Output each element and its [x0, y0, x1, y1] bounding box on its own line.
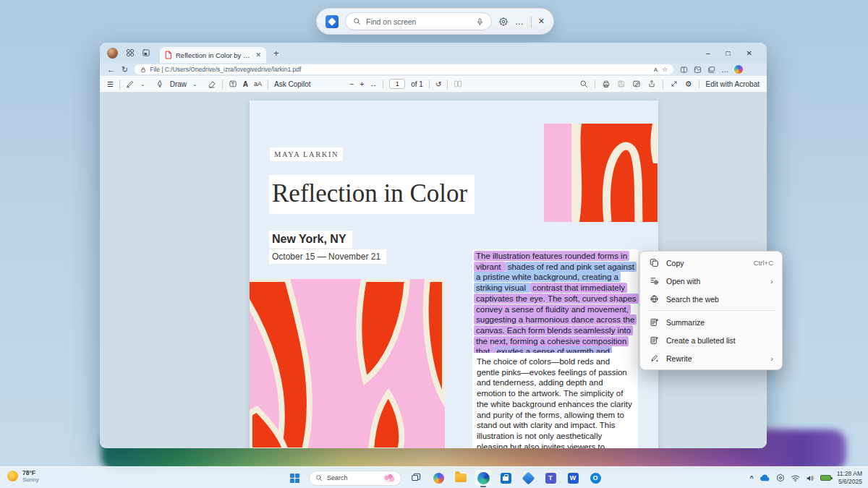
battery-icon[interactable]	[820, 475, 831, 481]
read-aloud-button[interactable]: A	[243, 80, 248, 88]
search-placeholder: Search	[327, 474, 379, 481]
navigation-bar: ← ↻ File | C:/Users/Onedrive/s_izra/love…	[100, 63, 767, 76]
draw-chevron-icon[interactable]: ⌄	[192, 81, 197, 87]
draw-label[interactable]: Draw	[170, 80, 187, 88]
taskbar-weather[interactable]: 78°F Sunny	[7, 469, 39, 484]
eraser-icon[interactable]	[208, 80, 216, 88]
favorite-star-icon[interactable]: ☆	[662, 66, 668, 73]
submenu-chevron-icon: ›	[770, 354, 773, 363]
microphone-icon[interactable]	[476, 17, 484, 26]
save-icon	[617, 80, 626, 88]
pdf-file-icon	[165, 51, 172, 59]
highlight-segment[interactable]: contrast that immediately captivates the…	[474, 283, 639, 356]
maximize-button[interactable]: □	[726, 49, 731, 57]
search-icon	[315, 474, 323, 481]
edit-with-acrobat-button[interactable]: Edit with Acrobat	[706, 80, 760, 88]
address-bar[interactable]: File | C:/Users/Onedrive/s_izra/lovegive…	[135, 64, 673, 74]
find-on-screen-input[interactable]: Find on screen	[345, 12, 492, 30]
browser-menu-icon[interactable]: …	[721, 66, 728, 74]
wifi-icon[interactable]	[791, 474, 800, 482]
diamond-icon	[522, 471, 535, 484]
refresh-button[interactable]: ↻	[122, 66, 128, 74]
security-hexagon-icon[interactable]	[776, 474, 785, 482]
highlighter-chevron-icon[interactable]: ⌄	[140, 81, 145, 87]
active-tab[interactable]: Reflection in Color by Maya Larki ✕	[160, 47, 266, 63]
outlook-button[interactable]: O	[587, 470, 603, 486]
pdf-settings-icon[interactable]: ⚙	[685, 80, 692, 89]
body-paragraph[interactable]: The choice of colors—bold reds and gentl…	[472, 353, 638, 448]
windows-logo-icon	[289, 473, 300, 484]
copilot-app-button[interactable]	[430, 470, 446, 486]
draw-pen-icon[interactable]	[156, 80, 164, 88]
rotate-icon[interactable]: ↺	[435, 80, 441, 88]
read-aloud-icon[interactable]: A	[654, 67, 658, 73]
highlighted-paragraph[interactable]: The illustration features rounded forms …	[472, 249, 638, 369]
file-explorer-button[interactable]	[453, 470, 469, 486]
artwork-bottom-left	[250, 279, 445, 448]
tab-close-icon[interactable]: ✕	[255, 51, 261, 59]
divider	[531, 16, 532, 27]
browser-essentials-icon[interactable]	[694, 66, 702, 74]
back-button[interactable]: ←	[107, 66, 115, 74]
menu-item-bulleted-list[interactable]: Create a bulleted list	[640, 331, 782, 349]
zoom-out-button[interactable]: −	[350, 80, 354, 88]
menu-item-summarize[interactable]: Summarize	[640, 313, 782, 331]
minimize-button[interactable]: –	[706, 49, 710, 57]
menu-divider	[647, 310, 775, 311]
taskbar-clock[interactable]: 11:28 AM 5/6/2025	[837, 470, 862, 485]
word-button[interactable]: W	[565, 470, 581, 486]
tab-strip: Reflection in Color by Maya Larki ✕ + – …	[100, 43, 767, 63]
new-tab-button[interactable]: +	[273, 48, 279, 59]
split-screen-icon[interactable]	[680, 66, 688, 74]
doc-author: MAYA LARKIN	[270, 147, 343, 161]
save-as-icon[interactable]	[632, 80, 641, 88]
doc-location: New York, NY	[269, 231, 352, 248]
page-view-icon[interactable]	[454, 80, 462, 88]
pdf-search-icon[interactable]	[579, 80, 588, 88]
settings-gear-icon[interactable]	[498, 17, 509, 27]
rewrite-icon	[649, 354, 659, 363]
pdf-toolbar: ☰ ⌄ Draw ⌄ A aA Ask Copilot − +	[100, 76, 767, 93]
edge-button[interactable]	[475, 470, 491, 486]
fit-to-width-icon[interactable]: ↔	[370, 80, 377, 88]
workspaces-icon[interactable]	[126, 48, 135, 57]
tab-actions-icon[interactable]	[142, 48, 150, 57]
taskbar-search-box[interactable]: Search	[309, 471, 401, 486]
dev-home-button[interactable]	[520, 470, 536, 486]
table-of-contents-icon[interactable]: ☰	[107, 80, 114, 88]
onedrive-cloud-icon[interactable]	[760, 474, 770, 481]
search-icon	[353, 17, 361, 25]
task-view-button[interactable]	[408, 470, 424, 486]
close-icon[interactable]: ✕	[538, 17, 545, 26]
print-icon[interactable]	[602, 80, 610, 88]
collections-icon[interactable]	[707, 66, 715, 74]
profile-avatar[interactable]	[107, 48, 118, 59]
teams-icon: T	[545, 473, 556, 484]
tray-overflow-chevron[interactable]: ^	[749, 474, 753, 481]
menu-label: Search the web	[666, 295, 773, 304]
window-close-button[interactable]: ✕	[746, 49, 752, 57]
copilot-icon[interactable]	[734, 65, 743, 74]
menu-item-copy[interactable]: Copy Ctrl+C	[640, 254, 782, 272]
submenu-chevron-icon: ›	[770, 277, 773, 286]
ask-copilot-button[interactable]: Ask Copilot	[274, 80, 311, 88]
menu-item-rewrite[interactable]: Rewrite ›	[640, 349, 782, 367]
teams-button[interactable]: T	[542, 470, 558, 486]
volume-icon[interactable]	[806, 474, 814, 482]
more-options-icon[interactable]: …	[515, 17, 524, 27]
weather-desc: Sunny	[22, 476, 39, 484]
highlighter-icon[interactable]	[126, 80, 135, 88]
search-highlight-image[interactable]	[383, 474, 395, 483]
page-number-input[interactable]: 1	[389, 79, 405, 89]
microsoft-store-button[interactable]	[498, 470, 514, 486]
menu-item-open-with[interactable]: Open with ›	[640, 272, 782, 290]
fullscreen-icon[interactable]	[670, 80, 678, 88]
zoom-in-button[interactable]: +	[359, 80, 364, 88]
text-select-icon[interactable]	[229, 80, 237, 88]
menu-item-search-web[interactable]: Search the web	[640, 290, 782, 308]
translate-icon[interactable]: aA	[254, 80, 262, 87]
outlook-icon: O	[590, 473, 601, 484]
tab-title: Reflection in Color by Maya Larki	[176, 51, 252, 59]
start-button[interactable]	[286, 470, 302, 486]
share-icon[interactable]	[647, 80, 656, 88]
